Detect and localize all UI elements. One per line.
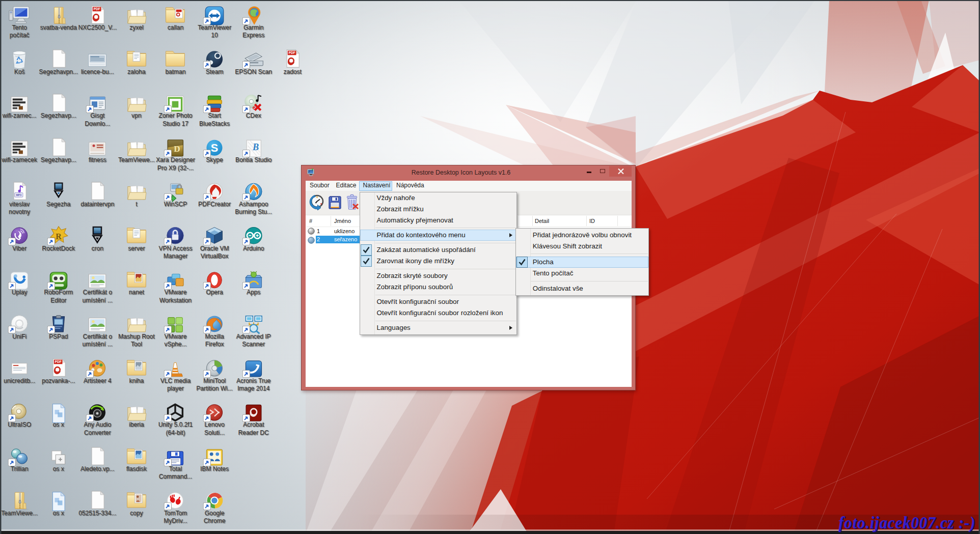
svg-text:MP3: MP3 [16, 194, 21, 197]
svg-text:R: R [56, 232, 62, 241]
svg-text:S: S [211, 142, 219, 154]
svg-text:D: D [174, 144, 180, 153]
svg-text:e: e [252, 105, 255, 110]
svg-text:B: B [252, 142, 258, 152]
